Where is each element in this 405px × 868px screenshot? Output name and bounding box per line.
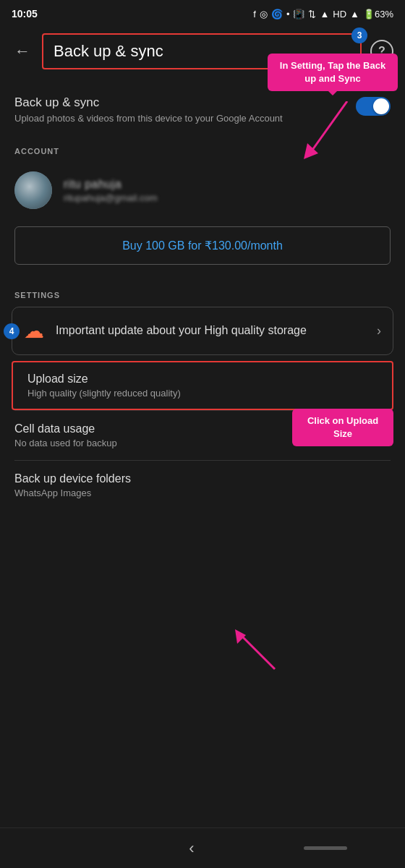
top-bar: ← Back up & sync 3 ? In Setting, Tap the… [0, 26, 405, 77]
status-bar: 10:05 f ◎ 🌀 • 📳 ⇅ ▲ HD ▲ 🔋63% [0, 0, 405, 26]
tooltip-1-arrow [297, 101, 369, 159]
app-icon: 🌀 [271, 9, 283, 20]
hd-label: HD [333, 9, 346, 20]
status-icons: f ◎ 🌀 • 📳 ⇅ ▲ HD ▲ 🔋63% [253, 9, 393, 20]
storage-card-text: Important update about your High quality… [56, 323, 365, 339]
account-row[interactable]: ritu pahuja ritupahuja@gmail.com [0, 161, 405, 219]
buy-storage-button[interactable]: Buy 100 GB for ₹130.00/month [14, 226, 391, 265]
chevron-right-icon: › [377, 323, 381, 339]
buy-storage-text: Buy 100 GB for ₹130.00/month [122, 239, 283, 252]
svg-marker-3 [235, 629, 246, 644]
account-info: ritu pahuja ritupahuja@gmail.com [64, 178, 391, 203]
storage-card-title: Important update about your High quality… [56, 323, 365, 339]
status-time: 10:05 [12, 8, 38, 20]
svg-line-2 [242, 637, 275, 669]
account-email: ritupahuja@gmail.com [64, 192, 391, 203]
data-icon: ⇅ [308, 9, 316, 20]
fb-icon: f [253, 9, 256, 20]
tooltip-backup-sync: In Setting, Tap the Back up and Sync [268, 54, 398, 91]
backup-folders-title: Back up device folders [14, 472, 391, 485]
backup-folders-desc: WhatsApp Images [14, 488, 391, 498]
cloud-icon: ☁ [24, 319, 44, 343]
svg-line-0 [311, 101, 347, 152]
nav-back-button[interactable]: ‹ [189, 839, 194, 858]
upload-size-title: Upload size [27, 373, 378, 386]
upload-size-row[interactable]: Upload size High quality (slightly reduc… [12, 361, 393, 410]
signal-icon: ▲ [320, 9, 329, 20]
avatar-image [14, 171, 52, 209]
battery-icon: 🔋63% [363, 9, 393, 20]
avatar [14, 171, 52, 209]
tooltip-upload-size: Click on Upload Size [292, 409, 393, 446]
backup-folders-row[interactable]: Back up device folders WhatsApp Images [0, 461, 405, 510]
badge-3: 3 [351, 27, 367, 43]
vibrate-icon: 📳 [293, 9, 304, 20]
network-icon: ▲ [350, 9, 359, 20]
alert-icon: ◎ [260, 9, 268, 20]
back-button[interactable]: ← [12, 39, 33, 64]
nav-pill [304, 846, 347, 850]
storage-update-card[interactable]: 4 ☁ Important update about your High qua… [12, 307, 393, 355]
tooltip-2-arrow [231, 629, 289, 673]
account-name: ritu pahuja [64, 178, 391, 191]
bottom-nav: ‹ [0, 827, 405, 868]
settings-label: SETTINGS [0, 279, 405, 307]
page-title: Back up & sync [54, 42, 163, 60]
upload-size-desc: High quality (slightly reduced quality) [27, 388, 378, 399]
badge-4: 4 [4, 323, 20, 339]
dot-icon: • [286, 9, 290, 20]
